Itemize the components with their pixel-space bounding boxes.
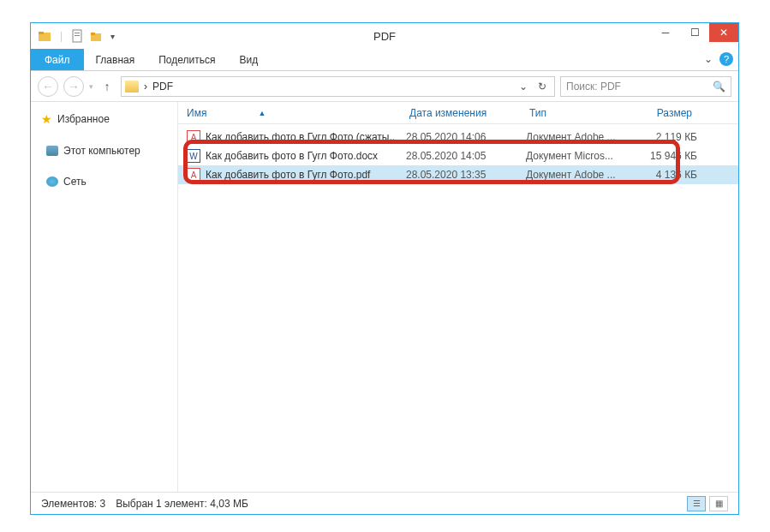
history-dropdown-icon[interactable]: ▾ <box>89 82 93 91</box>
file-type: Документ Adobe ... <box>526 169 629 181</box>
tab-share[interactable]: Поделиться <box>146 49 227 70</box>
file-date: 28.05.2020 14:06 <box>406 131 526 143</box>
file-row[interactable]: AКак добавить фото в Гугл Фото.pdf28.05.… <box>178 165 738 184</box>
sidebar-label: Сеть <box>63 176 87 188</box>
pdf-icon: A <box>187 168 200 182</box>
tab-view[interactable]: Вид <box>227 49 270 70</box>
doc-icon: W <box>187 149 200 163</box>
column-size[interactable]: Размер <box>624 107 701 119</box>
quick-access-toolbar: | ▾ <box>31 29 115 43</box>
column-headers: Имя ▲ Дата изменения Тип Размер <box>178 102 738 124</box>
separator: | <box>60 30 63 42</box>
address-dropdown-icon[interactable]: ⌄ <box>515 81 532 93</box>
window-controls: ─ ☐ ✕ <box>651 23 738 42</box>
titlebar: | ▾ PDF ─ ☐ ✕ <box>31 23 738 49</box>
sort-indicator-icon: ▲ <box>258 109 266 117</box>
properties-icon[interactable] <box>71 29 85 43</box>
breadcrumb-arrow[interactable]: › <box>144 81 147 93</box>
refresh-icon[interactable]: ↻ <box>534 81 551 93</box>
sidebar-item-network[interactable]: Сеть <box>31 172 177 191</box>
ribbon: Файл Главная Поделиться Вид ⌄ ? <box>31 49 738 71</box>
column-name[interactable]: Имя ▲ <box>178 107 401 119</box>
breadcrumb-current[interactable]: PDF <box>152 81 173 93</box>
status-selection: Выбран 1 элемент: 4,03 МБ <box>116 498 248 510</box>
file-date: 28.05.2020 13:35 <box>406 169 526 181</box>
sidebar-item-favorites[interactable]: ★ Избранное <box>31 109 177 129</box>
minimize-button[interactable]: ─ <box>651 23 680 42</box>
close-button[interactable]: ✕ <box>709 23 738 42</box>
svg-rect-3 <box>75 33 80 33</box>
up-button[interactable]: ↑ <box>98 78 116 95</box>
content-area: ★ Избранное Этот компьютер Сеть Имя ▲ Да… <box>31 102 738 492</box>
file-name: Как добавить фото в Гугл Фото.docx <box>206 150 406 162</box>
search-input[interactable]: Поиск: PDF 🔍 <box>560 76 731 97</box>
search-icon: 🔍 <box>713 81 725 93</box>
folder-icon <box>125 81 139 93</box>
tab-home[interactable]: Главная <box>84 49 147 70</box>
file-type: Документ Micros... <box>526 150 629 162</box>
view-details-button[interactable]: ☰ <box>687 496 706 511</box>
svg-rect-4 <box>75 35 80 36</box>
explorer-window: | ▾ PDF ─ ☐ ✕ Файл Главная Поделиться Ви… <box>30 22 739 515</box>
computer-icon <box>46 146 58 156</box>
maximize-button[interactable]: ☐ <box>680 23 709 42</box>
column-date[interactable]: Дата изменения <box>401 107 521 119</box>
star-icon: ★ <box>41 112 52 126</box>
qat-dropdown-icon[interactable]: ▾ <box>110 32 115 41</box>
ribbon-expand-icon[interactable]: ⌄ <box>704 53 713 65</box>
file-type: Документ Adobe ... <box>526 131 629 143</box>
file-name: Как добавить фото в Гугл Фото (сжаты.. <box>206 131 406 143</box>
network-icon <box>46 176 58 187</box>
pdf-icon: A <box>187 130 200 144</box>
folder-icon <box>38 29 51 43</box>
navigation-pane: ★ Избранное Этот компьютер Сеть <box>31 102 178 492</box>
file-size: 15 946 КБ <box>629 150 706 162</box>
file-list: Имя ▲ Дата изменения Тип Размер AКак доб… <box>178 102 738 492</box>
svg-rect-1 <box>39 32 44 34</box>
file-rows: AКак добавить фото в Гугл Фото (сжаты..2… <box>178 124 738 184</box>
sidebar-label: Этот компьютер <box>63 145 140 157</box>
status-bar: Элементов: 3 Выбран 1 элемент: 4,03 МБ ☰… <box>31 492 738 514</box>
new-folder-icon[interactable] <box>90 29 104 43</box>
forward-button[interactable]: → <box>63 76 84 97</box>
address-bar[interactable]: › PDF ⌄ ↻ <box>121 76 555 97</box>
file-size: 2 119 КБ <box>629 131 706 143</box>
back-button[interactable]: ← <box>38 76 58 97</box>
file-date: 28.05.2020 14:05 <box>406 150 526 162</box>
column-type[interactable]: Тип <box>521 107 624 119</box>
window-title: PDF <box>373 30 396 43</box>
status-count: Элементов: 3 <box>41 498 105 510</box>
file-name: Как добавить фото в Гугл Фото.pdf <box>206 169 406 181</box>
navigation-bar: ← → ▾ ↑ › PDF ⌄ ↻ Поиск: PDF 🔍 <box>31 71 738 102</box>
sidebar-item-computer[interactable]: Этот компьютер <box>31 141 177 160</box>
file-size: 4 136 КБ <box>629 169 706 181</box>
file-tab[interactable]: Файл <box>31 49 84 70</box>
svg-rect-6 <box>91 33 95 35</box>
help-icon[interactable]: ? <box>719 52 733 66</box>
file-row[interactable]: AКак добавить фото в Гугл Фото (сжаты..2… <box>178 128 738 146</box>
view-icons-button[interactable]: ▦ <box>709 496 728 511</box>
sidebar-label: Избранное <box>57 113 110 125</box>
search-placeholder: Поиск: PDF <box>566 81 621 93</box>
file-row[interactable]: WКак добавить фото в Гугл Фото.docx28.05… <box>178 146 738 165</box>
